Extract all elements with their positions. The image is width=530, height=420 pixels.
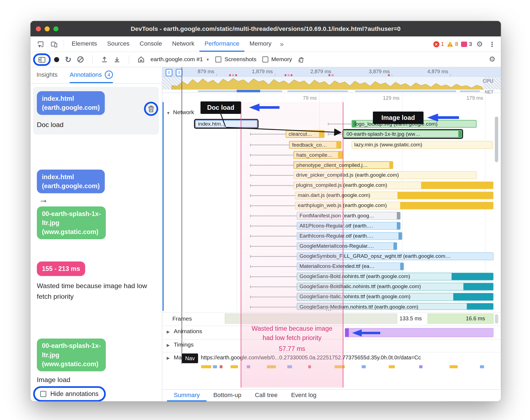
annotation-card-time-range[interactable]: 155 - 213 ms Wasted time because image h…: [33, 257, 159, 306]
annotation-card-image-load[interactable]: 00-earth-splash-1x- ltr.jpg (www.gstatic…: [33, 334, 159, 390]
network-request-bar[interactable]: MaterialIcons-Extended.ttf (ea…: [297, 262, 404, 270]
activity-chip: [287, 365, 292, 368]
request-label: GoogleSans-Bold.nohints.ttf (earth.googl…: [299, 273, 410, 279]
annotation-link-from-pill[interactable]: index.html (earth.google.com): [37, 170, 105, 193]
request-whisker: [250, 286, 297, 287]
inspect-element-icon[interactable]: [34, 37, 47, 52]
nav-flag[interactable]: Nav: [182, 353, 198, 363]
toggle-sidebar-icon[interactable]: [38, 56, 46, 63]
doc-load-flag[interactable]: Doc load: [201, 101, 241, 114]
network-request-bar[interactable]: lazy.min.js (www.gstatic.com): [352, 141, 493, 149]
divider: [92, 55, 93, 64]
details-tabbar: SummaryBottom-upCall treeEvent log: [162, 389, 501, 401]
more-tabs-icon[interactable]: »: [276, 37, 287, 52]
long-task-tick: [329, 74, 330, 76]
network-request-bar[interactable]: GoogleMaterialIcons-Regular.…: [297, 242, 397, 250]
network-request-bar[interactable]: GoogleSymbols_FILL_GRAD_opsz_wght.ttf (e…: [297, 252, 493, 260]
network-request-bar[interactable]: GoogleSans-BoldItalic.nohints.ttf (earth…: [297, 283, 493, 291]
annotation-card-doc-load[interactable]: index.html (earth.google.com) Doc load: [33, 87, 159, 134]
network-request-bar[interactable]: All1PIcons-Regular.otf (earth.…: [297, 222, 401, 230]
trash-icon[interactable]: [147, 105, 155, 113]
network-request-bar[interactable]: feedback_co…: [289, 141, 341, 149]
collect-garbage-icon[interactable]: [298, 56, 305, 63]
zoom-button[interactable]: [53, 26, 58, 32]
warning-badge[interactable]: 8: [447, 41, 458, 47]
tab-console[interactable]: Console: [135, 37, 167, 52]
main-collapse-caret[interactable]: ▶: [167, 356, 170, 360]
capture-settings-gear-icon[interactable]: ⚙: [487, 55, 501, 64]
animations-track-label[interactable]: Animations: [174, 328, 202, 335]
error-count: 1: [441, 41, 444, 47]
clear-button[interactable]: [77, 56, 84, 63]
tab-network[interactable]: Network: [167, 37, 199, 52]
memory-toggle: Memory: [262, 56, 292, 63]
frames-track-label[interactable]: Frames: [172, 316, 192, 323]
image-load-flag[interactable]: Image load: [373, 111, 424, 124]
more-menu-icon[interactable]: ⋮: [487, 40, 497, 48]
ruler-tick: [333, 74, 334, 76]
settings-gear-icon[interactable]: ⚙: [475, 40, 484, 48]
network-request-bar[interactable]: EarthIcons-Regular.otf (earth.…: [297, 232, 402, 240]
tab-bottom-up[interactable]: Bottom-up: [207, 390, 248, 401]
annotation-source-pill[interactable]: index.html (earth.google.com): [37, 91, 105, 115]
more-requests-indicator[interactable]: …: [325, 305, 332, 312]
network-request-bar[interactable]: drive_picker_compiled.js (earth.google.c…: [293, 171, 477, 179]
screenshots-checkbox[interactable]: [215, 57, 221, 63]
annotation-label[interactable]: Doc load: [37, 120, 155, 130]
annotation-label[interactable]: Wasted time because image had low fetch …: [37, 281, 148, 302]
network-track-label[interactable]: Network: [173, 109, 194, 116]
error-badge[interactable]: × 1: [433, 41, 444, 47]
request-label: lazy.min.js (www.gstatic.com): [354, 141, 422, 147]
download-profile-icon[interactable]: [114, 56, 120, 63]
tab-event-log[interactable]: Event log: [284, 390, 323, 401]
tab-performance[interactable]: Performance: [199, 37, 245, 52]
hide-annotations-checkbox[interactable]: [40, 391, 46, 397]
network-request-bar[interactable]: plugins_compiled.js (earth.google.com): [293, 181, 493, 189]
tab-call-tree[interactable]: Call tree: [248, 390, 284, 401]
animations-collapse-caret[interactable]: ▶: [167, 329, 170, 334]
annotation-card-link[interactable]: index.html (earth.google.com) → 00-earth…: [33, 165, 159, 244]
network-request-bar[interactable]: 00-earth-splash-1x-ltr.jpg (ww…: [343, 130, 462, 138]
memory-checkbox[interactable]: [262, 57, 268, 63]
vertical-scrollbar-thumb[interactable]: [495, 117, 498, 162]
home-icon[interactable]: [138, 56, 145, 63]
timings-track-label[interactable]: Timings: [174, 342, 194, 348]
network-request-bar[interactable]: hats_compile…: [293, 151, 343, 159]
network-request-bar[interactable]: FontManifest.json (earth.goog…: [297, 212, 401, 220]
issues-badge[interactable]: 3: [461, 41, 472, 47]
scrollbar-thumb[interactable]: [495, 314, 498, 324]
network-request-bar[interactable]: GoogleSans-Italic.nohints.ttf (earth.goo…: [297, 293, 493, 301]
upload-profile-icon[interactable]: [101, 56, 108, 63]
trace-bounds-handle-left[interactable]: ‖: [166, 69, 172, 76]
network-request-bar[interactable]: phenotype_client_compiled.j…: [293, 161, 393, 169]
time-range-pill[interactable]: 155 - 213 ms: [37, 262, 85, 276]
close-button[interactable]: [36, 26, 41, 32]
tab-insights[interactable]: Insights: [37, 67, 58, 83]
reload-record-button[interactable]: ↻: [65, 56, 72, 63]
tab-annotations[interactable]: Annotations 4: [70, 67, 113, 83]
tab-memory[interactable]: Memory: [245, 37, 277, 52]
device-toolbar-icon[interactable]: [47, 37, 61, 52]
network-collapse-caret[interactable]: ▼: [166, 111, 170, 116]
annotation-source-pill[interactable]: 00-earth-splash-1x- ltr.jpg (www.gstatic…: [37, 339, 106, 371]
tab-sources[interactable]: Sources: [102, 37, 135, 52]
download-segment: [400, 202, 493, 209]
record-button[interactable]: [54, 57, 59, 62]
annotation-label[interactable]: Image load: [37, 375, 155, 385]
network-request-bar[interactable]: GoogleSans-Bold.nohints.ttf (earth.googl…: [297, 273, 493, 280]
minimize-button[interactable]: [45, 26, 50, 32]
network-request-bar[interactable]: main.dart.js (earth.google.com): [295, 192, 493, 199]
request-whisker: [250, 145, 289, 145]
main-track-label[interactable]: Ma: [174, 354, 182, 361]
cpu-overview-chart[interactable]: [162, 77, 501, 90]
target-selector[interactable]: earth.google.com #1 ▼: [151, 56, 210, 63]
screenshots-label: Screenshots: [225, 56, 257, 63]
timings-collapse-caret[interactable]: ▶: [167, 343, 170, 348]
tab-elements[interactable]: Elements: [67, 37, 102, 52]
network-request-bar[interactable]: clearcut…: [285, 130, 324, 138]
network-request-bar[interactable]: earthplugin_web.js (earth.google.com): [295, 202, 493, 209]
frame-bar[interactable]: [225, 313, 397, 324]
tab-summary[interactable]: Summary: [167, 390, 207, 401]
annotation-link-to-pill[interactable]: 00-earth-splash-1x- ltr.jpg (www.gstatic…: [37, 206, 106, 239]
network-request-bar[interactable]: index.htm…: [195, 120, 258, 128]
